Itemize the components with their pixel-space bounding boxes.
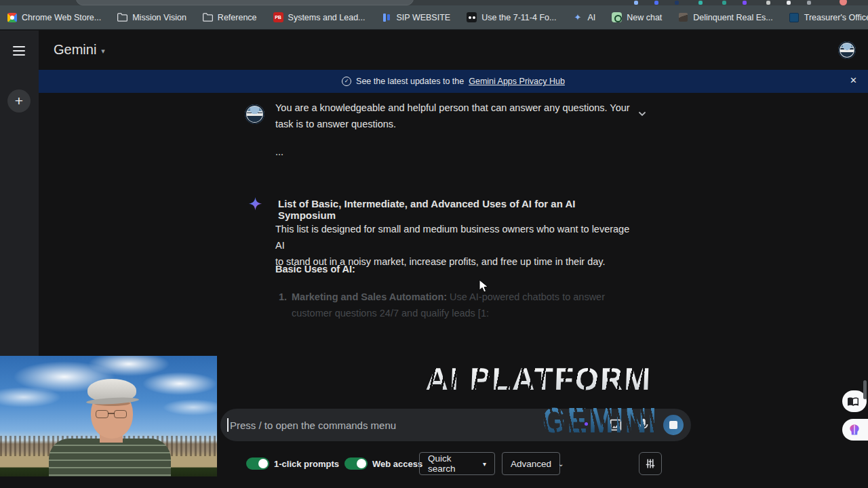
ai-extension-button[interactable] xyxy=(842,419,868,441)
close-icon[interactable]: ✕ xyxy=(850,75,857,85)
new-chat-button[interactable]: + xyxy=(7,89,31,113)
tune-settings-button[interactable] xyxy=(639,452,662,475)
glasses-bridge xyxy=(108,413,115,414)
extension-icon[interactable] xyxy=(787,1,791,5)
advanced-dropdown[interactable]: Advanced ⌄ xyxy=(502,452,560,475)
bookmark-label: AI xyxy=(587,13,595,22)
menu-icon[interactable] xyxy=(13,46,25,56)
bookmark-7-11-4[interactable]: Use the 7-11-4 Fo... xyxy=(467,12,556,22)
folder-icon xyxy=(203,12,213,22)
bookmark-ai[interactable]: ✦ AI xyxy=(572,12,595,22)
stop-generating-button[interactable] xyxy=(663,415,684,435)
ai-response-subheading: Basic Uses of AI: xyxy=(275,264,355,274)
address-bar-bottom[interactable] xyxy=(76,0,414,5)
extension-icon[interactable] xyxy=(722,1,726,5)
bookmark-label: Delinquent Real Es... xyxy=(693,13,772,22)
bookmark-label: SIP WEBSITE xyxy=(397,13,451,22)
quick-search-label: Quick search xyxy=(428,453,476,474)
list-item-title: Marketing and Sales Automation: xyxy=(292,291,447,302)
pb-badge-icon: PB xyxy=(273,12,283,22)
sparkle-icon: ✦ xyxy=(572,12,583,22)
extension-icon[interactable] xyxy=(807,1,811,5)
user-message-ellipsis: ... xyxy=(275,146,283,157)
overlay-dot xyxy=(585,422,588,426)
bookmark-delinquent-real-estate[interactable]: Delinquent Real Es... xyxy=(678,12,772,22)
bookmark-reference[interactable]: Reference xyxy=(203,12,257,22)
one-click-prompts-label: 1-click prompts xyxy=(274,459,339,469)
web-access-toggle[interactable] xyxy=(344,458,368,470)
bookmark-chrome-web-store[interactable]: Chrome Web Store... xyxy=(7,12,101,22)
app-header: Gemini ▾ xyxy=(39,30,868,70)
extension-icon[interactable] xyxy=(654,1,658,5)
verified-check-icon: ✓ xyxy=(342,77,351,86)
prompt-input[interactable] xyxy=(229,413,540,437)
screen: Chrome Web Store... Mission Vision Refer… xyxy=(0,0,868,488)
sip-icon xyxy=(382,12,392,22)
scrollbar-thumb[interactable] xyxy=(863,380,867,399)
bookmark-label: Mission Vision xyxy=(132,13,186,22)
sliders-icon xyxy=(644,458,656,470)
green-app-icon xyxy=(612,12,622,22)
dropdown-caret-icon: ⌄ xyxy=(558,460,564,468)
person-torso xyxy=(49,439,171,476)
cube-icon xyxy=(678,12,688,22)
ai-response-list-item: 1. Marketing and Sales Automation: Use A… xyxy=(279,289,618,321)
list-number: 1. xyxy=(279,289,292,321)
bookmark-label: New chat xyxy=(627,13,662,22)
cloud xyxy=(142,372,217,395)
privacy-hub-link[interactable]: Gemini Apps Privacy Hub xyxy=(469,77,565,86)
gemini-app: + ⚙ Gemini ▾ ✓ See the latest updates to… xyxy=(0,30,868,488)
bookmarks-bar: Chrome Web Store... Mission Vision Refer… xyxy=(0,5,868,30)
ai-response-heading: List of Basic, Intermediate, and Advance… xyxy=(278,198,631,221)
bookmark-label: Chrome Web Store... xyxy=(22,13,101,22)
app-title-dropdown[interactable]: Gemini ▾ xyxy=(54,42,105,58)
webcam-video-overlay xyxy=(0,356,217,476)
extension-icon[interactable] xyxy=(766,1,770,5)
bookmark-treasurers-office[interactable]: Treasurer's Office... xyxy=(789,12,868,22)
stop-square-icon xyxy=(669,421,677,429)
cloud xyxy=(163,399,217,415)
glasses-right-lens xyxy=(114,410,127,418)
web-access-label: Web access xyxy=(372,459,422,469)
folder-icon xyxy=(117,12,127,22)
mouse-cursor xyxy=(479,279,490,297)
banner-text: See the latest updates to the xyxy=(356,77,464,86)
video-overlay-brand: GEMINI xyxy=(542,400,658,441)
user-avatar xyxy=(245,104,264,124)
extension-icon[interactable] xyxy=(698,1,703,5)
book-icon xyxy=(847,396,859,407)
advanced-label: Advanced xyxy=(511,459,551,469)
account-avatar[interactable] xyxy=(838,41,856,59)
extension-icon[interactable] xyxy=(743,1,747,5)
brain-icon xyxy=(848,423,861,436)
app-title: Gemini xyxy=(54,42,96,58)
user-message-text: You are a knowledgeable and helpful pers… xyxy=(275,100,642,132)
browser-profile-avatar[interactable] xyxy=(840,0,847,5)
gemini-sparkle-icon xyxy=(248,197,262,211)
bookmark-label: Use the 7-11-4 Fo... xyxy=(481,13,556,22)
one-click-prompts-toggle[interactable] xyxy=(246,458,269,470)
extension-icon[interactable] xyxy=(634,1,638,5)
quick-search-dropdown[interactable]: Quick search ▾ xyxy=(419,452,495,475)
cloud xyxy=(0,387,61,407)
bookmark-systems-lead[interactable]: PB Systems and Lead... xyxy=(273,12,366,22)
bookmark-new-chat[interactable]: New chat xyxy=(612,12,662,22)
chevron-down-icon: ▾ xyxy=(101,47,105,56)
ai-response-paragraph: This list is designed for small and medi… xyxy=(275,221,637,270)
video-overlay-title: AI PLATFORM xyxy=(425,361,652,397)
bookmark-mission-vision[interactable]: Mission Vision xyxy=(117,12,186,22)
bookmark-label: Reference xyxy=(218,13,257,22)
privacy-banner: ✓ See the latest updates to the Gemini A… xyxy=(39,70,868,93)
navy-square-icon xyxy=(789,12,800,22)
slides-icon xyxy=(467,12,477,22)
bookmark-sip-website[interactable]: SIP WEBSITE xyxy=(382,12,451,22)
dropdown-caret-icon: ▾ xyxy=(483,460,486,468)
collapse-message-chevron-icon[interactable] xyxy=(637,108,648,122)
browser-toolbar-sliver xyxy=(0,0,868,5)
bookmark-label: Treasurer's Office... xyxy=(804,13,868,22)
extension-icon[interactable] xyxy=(675,1,679,5)
chrome-web-store-icon xyxy=(7,12,17,22)
glasses-left-lens xyxy=(96,410,108,418)
bookmark-label: Systems and Lead... xyxy=(288,13,366,22)
